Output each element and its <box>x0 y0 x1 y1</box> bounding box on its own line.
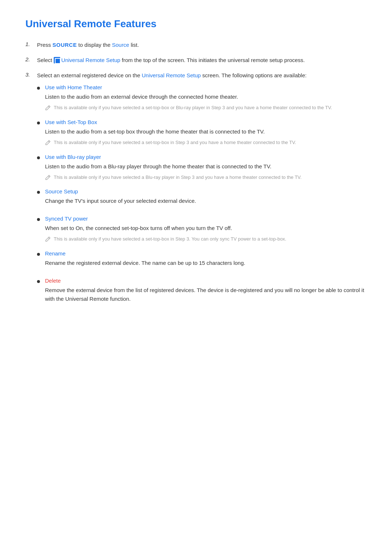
universal-remote-icon <box>54 57 60 63</box>
step-1: 1. Press SOURCE to display the Source li… <box>25 41 367 49</box>
pencil-icon <box>45 236 51 242</box>
home-theater-title: Use with Home Theater <box>45 84 367 90</box>
universal-remote-setup-link-2: Universal Remote Setup <box>142 72 201 78</box>
page-title: Universal Remote Features <box>25 18 367 30</box>
list-item: Synced TV power When set to On, the conn… <box>37 216 367 243</box>
list-item: Delete Remove the external device from t… <box>37 278 367 306</box>
source-setup-title: Source Setup <box>45 188 367 194</box>
bullet-dot <box>37 156 40 159</box>
options-list: Use with Home Theater Listen to the audi… <box>37 84 367 306</box>
pencil-icon <box>45 175 51 180</box>
set-top-box-note: This is available only if you have selec… <box>54 139 296 147</box>
step-3-content: Select an external registered device on … <box>37 71 367 313</box>
synced-tv-title: Synced TV power <box>45 216 367 222</box>
pencil-icon <box>45 105 51 111</box>
list-item: Rename Rename the registered external de… <box>37 250 367 270</box>
list-item: Use with Blu-ray player Listen to the au… <box>37 154 367 181</box>
bullet-dot <box>37 122 40 124</box>
step-number-2: 2. <box>25 56 37 62</box>
source-setup-desc: Change the TV's input source of your sel… <box>45 197 367 205</box>
delete-title: Delete <box>45 278 367 284</box>
pencil-icon <box>45 140 51 145</box>
bullet-dot <box>37 280 40 283</box>
synced-tv-desc: When set to On, the connected set-top-bo… <box>45 224 367 233</box>
home-theater-note-row: This is available only if you have selec… <box>45 104 367 112</box>
list-item: Use with Set-Top Box Listen to the audio… <box>37 119 367 147</box>
set-top-box-desc: Listen to the audio from a set-top box t… <box>45 127 367 136</box>
delete-item: Delete Remove the external device from t… <box>45 278 367 306</box>
bluray-note: This is available only if you have selec… <box>54 174 302 181</box>
step-3-text: Select an external registered device on … <box>37 71 367 80</box>
step-2-content: Select Universal Remote Setup from the t… <box>37 56 367 65</box>
set-top-box-note-row: This is available only if you have selec… <box>45 139 367 147</box>
bluray-title: Use with Blu-ray player <box>45 154 367 160</box>
universal-remote-setup-link: Universal Remote Setup <box>61 57 121 63</box>
bullet-dot <box>37 253 40 256</box>
list-item: Source Setup Change the TV's input sourc… <box>37 188 367 208</box>
delete-desc: Remove the external device from the list… <box>45 286 367 303</box>
list-item: Use with Home Theater Listen to the audi… <box>37 84 367 112</box>
step-2-text: Select Universal Remote Setup from the t… <box>37 56 367 65</box>
step-2: 2. Select Universal Remote Setup from th… <box>25 56 367 65</box>
set-top-box-title: Use with Set-Top Box <box>45 119 367 125</box>
home-theater-note: This is available only if you have selec… <box>54 104 332 112</box>
bullet-dot <box>37 191 40 194</box>
synced-tv-item: Synced TV power When set to On, the conn… <box>45 216 367 243</box>
rename-item: Rename Rename the registered external de… <box>45 250 367 270</box>
home-theater-item: Use with Home Theater Listen to the audi… <box>45 84 367 112</box>
step-number-3: 3. <box>25 71 37 78</box>
bluray-note-row: This is available only if you have selec… <box>45 174 367 181</box>
synced-tv-note-row: This is available only if you have selec… <box>45 235 367 243</box>
step-1-text: Press SOURCE to display the Source list. <box>37 41 367 49</box>
step-1-content: Press SOURCE to display the Source list. <box>37 41 367 49</box>
step-number-1: 1. <box>25 41 37 47</box>
steps-list: 1. Press SOURCE to display the Source li… <box>25 41 367 313</box>
step-3: 3. Select an external registered device … <box>25 71 367 313</box>
set-top-box-item: Use with Set-Top Box Listen to the audio… <box>45 119 367 147</box>
rename-desc: Rename the registered external device. T… <box>45 259 367 267</box>
synced-tv-note: This is available only if you have selec… <box>54 235 286 243</box>
source-caps-label: SOURCE <box>53 42 77 48</box>
bullet-dot <box>37 87 40 90</box>
home-theater-desc: Listen to the audio from an external dev… <box>45 93 367 101</box>
bluray-desc: Listen to the audio from a Blu-ray playe… <box>45 162 367 171</box>
rename-title: Rename <box>45 250 367 257</box>
bluray-item: Use with Blu-ray player Listen to the au… <box>45 154 367 181</box>
bullet-dot <box>37 218 40 221</box>
source-link: Source <box>112 42 129 48</box>
source-setup-item: Source Setup Change the TV's input sourc… <box>45 188 367 208</box>
